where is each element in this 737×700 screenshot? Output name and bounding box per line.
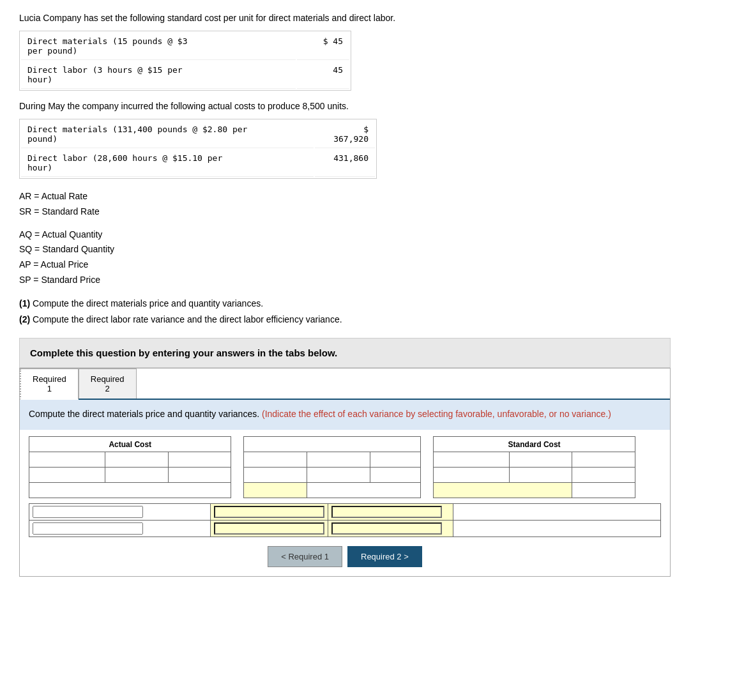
variance-label-2[interactable] [29,521,211,537]
variance-bottom-table [29,503,661,537]
variance-type-input-2[interactable] [331,522,442,535]
tab-instruction-highlight: (Indicate the effect of each variance by… [262,409,611,419]
mid-cell-r1c3[interactable] [370,452,421,468]
def-sp: SP = Standard Price [19,273,718,288]
variance-main-table: Actual Cost Standard Cost [29,436,661,498]
instructions-section: (1) Compute the direct materials price a… [19,296,718,328]
mid-total-input[interactable] [247,486,303,495]
actual-total-cell[interactable] [29,483,231,498]
variance-type-input-1[interactable] [331,506,442,518]
actual-cost-label-1: Direct materials (131,400 pounds @ $2.80… [21,121,314,148]
required-2-button[interactable]: Required 2 > [347,546,422,567]
std-cell-r1c2[interactable] [509,452,572,468]
actual-cell-r2c1[interactable] [29,468,105,483]
std-cell-r1c1[interactable] [433,452,509,468]
actual-cost-row-2: Direct labor (28,600 hours @ $15.10 perh… [21,149,375,177]
mid-input-r1c1[interactable] [247,455,303,464]
tab-required-1[interactable]: Required1 [20,369,79,400]
sep-r2 [231,468,244,483]
mid-cell-r2c3[interactable] [370,468,421,483]
actual-input-r2c2[interactable] [109,471,165,480]
mid-cell-r2c1[interactable] [244,468,307,483]
mid-header [244,437,421,452]
actual-cell-r1c1[interactable] [29,452,105,468]
actual-input-r1c2[interactable] [109,455,165,464]
actual-input-r2c1[interactable] [33,471,102,480]
actual-cell-r2c2[interactable] [105,468,168,483]
intro-text: Lucia Company has set the following stan… [19,13,718,23]
standard-cost-row-1: Direct materials (15 pounds @ $3per poun… [21,33,349,60]
actual-input-r1c3[interactable] [172,455,228,464]
sep-r3b [421,483,434,498]
def-aq: AQ = Actual Quantity [19,227,718,243]
tab-instruction: Compute the direct materials price and q… [29,409,262,419]
actual-cell-r1c2[interactable] [105,452,168,468]
variance-right-1[interactable] [453,504,660,521]
actual-cell-r1c3[interactable] [168,452,231,468]
mid-cell-r1c1[interactable] [244,452,307,468]
std-input-r2c1[interactable] [437,471,506,480]
actual-cost-header: Actual Cost [29,437,231,452]
mid-input-r1c2[interactable] [310,455,367,464]
mid-input-r2c1[interactable] [247,471,303,480]
actual-input-r1c1[interactable] [33,455,102,464]
actual-cell-r2c3[interactable] [168,468,231,483]
std-total-cell[interactable] [572,483,635,498]
variance-label-input-1[interactable] [33,506,143,518]
mid-cell-r1c2[interactable] [307,452,370,468]
mid-input-r1c3[interactable] [374,455,417,464]
std-input-r1c2[interactable] [513,455,569,464]
actual-cost-row-1: Direct materials (131,400 pounds @ $2.80… [21,121,375,148]
complete-banner: Complete this question by entering your … [19,338,671,368]
variance-right-2[interactable] [453,521,660,537]
tabs-container: Required1 Required2 Compute the direct m… [19,368,671,577]
variance-amount-input-2[interactable] [214,522,324,535]
instruction-2: (2) Compute the direct labor rate varian… [19,312,718,328]
variance-label-1[interactable] [29,504,211,521]
instruction-1: (1) Compute the direct materials price a… [19,296,718,312]
mid-total-cell[interactable] [307,483,421,498]
def-sr: SR = Standard Rate [19,204,718,220]
variance-amount-1[interactable] [210,504,328,521]
actual-cost-value-1: $367,920 [315,121,375,148]
sep2 [421,437,434,452]
std-input-r1c1[interactable] [437,455,506,464]
actual-input-r2c3[interactable] [172,471,228,480]
std-input-r1c3[interactable] [575,455,632,464]
actual-cost-table: Direct materials (131,400 pounds @ $2.80… [19,119,377,179]
std-input-r2c2[interactable] [513,471,569,480]
std-input-r2c3[interactable] [575,471,632,480]
grid-area: Actual Cost Standard Cost [20,430,670,576]
standard-cost-header: Standard Cost [433,437,635,452]
variance-amount-input-1[interactable] [214,506,324,518]
std-cell-r2c3[interactable] [572,468,635,483]
std-total-yellow[interactable] [433,483,572,498]
standard-cost-label-2: Direct labor (3 hours @ $15 perhour) [21,61,296,89]
std-cell-r1c3[interactable] [572,452,635,468]
variance-type-2[interactable] [328,521,453,537]
variance-label-input-2[interactable] [33,522,143,535]
actual-cost-value-2: 431,860 [315,149,375,177]
std-cell-r2c1[interactable] [433,468,509,483]
variance-amount-2[interactable] [210,521,328,537]
standard-cost-value-2: 45 [297,61,349,89]
mid-input-r2c3[interactable] [374,471,417,480]
standard-cost-label-1: Direct materials (15 pounds @ $3per poun… [21,33,296,60]
sep-r3 [231,483,244,498]
mid-total-yellow[interactable] [244,483,307,498]
mid-cell-r2c2[interactable] [307,468,370,483]
mid-input-r2c2[interactable] [310,471,367,480]
actual-intro-text: During May the company incurred the foll… [19,101,718,111]
standard-cost-table: Direct materials (15 pounds @ $3per poun… [19,31,351,91]
actual-total-input[interactable] [33,486,227,495]
std-total-input[interactable] [437,486,569,495]
def-ap: AP = Actual Price [19,257,718,273]
required-1-button[interactable]: < Required 1 [268,546,342,567]
table-row [29,452,661,468]
sep-r3c [635,483,661,498]
table-row-total [29,483,661,498]
variance-type-1[interactable] [328,504,453,521]
std-cell-r2c2[interactable] [509,468,572,483]
tab-required-2[interactable]: Required2 [79,369,137,399]
sep-r2c [635,468,661,483]
